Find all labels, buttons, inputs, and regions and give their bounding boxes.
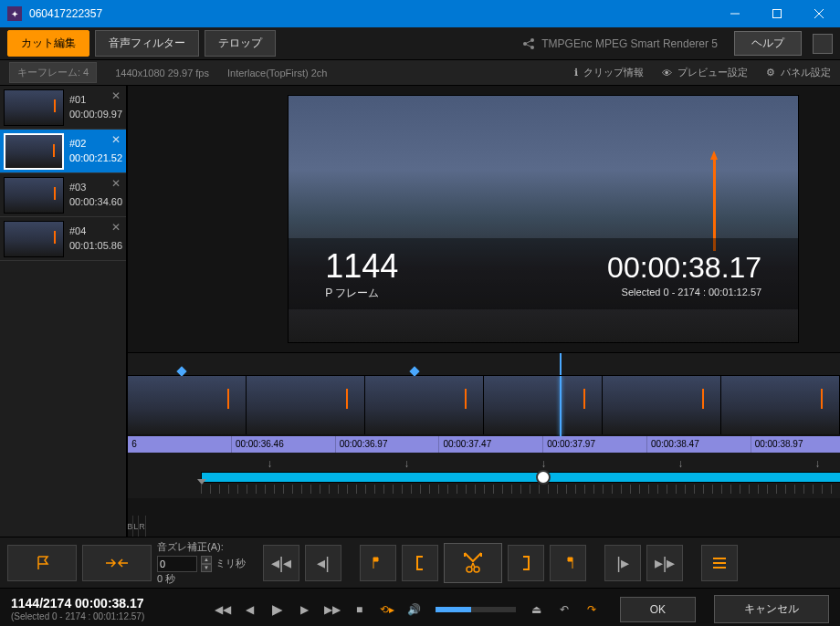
set-out-button[interactable] — [550, 545, 586, 581]
window-title: 060417222357 — [29, 7, 714, 20]
spinner-down[interactable]: ▼ — [201, 564, 212, 572]
range-marker-start[interactable] — [176, 366, 186, 376]
preview-overlay: 1144 P フレーム 00:00:38.17 Selected 0 - 217… — [289, 238, 798, 309]
clip-item[interactable]: #0200:00:21.52 ✕ — [0, 130, 126, 173]
info-bar: キーフレーム: 4 1440x1080 29.97 fps Interlace(… — [0, 60, 840, 86]
rewind-button[interactable]: ◀◀ — [213, 600, 233, 620]
help-button[interactable]: ヘルプ — [734, 31, 802, 56]
loop-button[interactable]: ⟲▸ — [377, 600, 397, 620]
brand-icon — [521, 37, 536, 51]
timeline-ruler[interactable] — [128, 352, 840, 376]
wave-tab-r[interactable]: R — [139, 516, 146, 537]
keyframe-info: キーフレーム: 4 — [9, 62, 97, 83]
range-marker[interactable] — [409, 366, 419, 376]
clip-remove-button[interactable]: ✕ — [111, 89, 121, 102]
clip-item[interactable]: #0100:00:09.97 ✕ — [0, 86, 126, 130]
ruler-playhead[interactable] — [560, 353, 562, 375]
stop-button[interactable]: ■ — [350, 600, 370, 620]
eject-button[interactable]: ⏏ — [527, 600, 547, 620]
clip-timecode: 00:01:05.86 — [69, 239, 122, 253]
filmstrip-thumbnail[interactable] — [484, 376, 603, 434]
arrow-down-icon: ↓ — [267, 457, 272, 470]
frame-number: 1144 — [325, 247, 607, 286]
preview-settings-button[interactable]: 👁プレビュー設定 — [662, 66, 748, 79]
arrow-down-icon: ↓ — [814, 457, 820, 470]
cut-selection-button[interactable] — [444, 543, 502, 583]
video-preview[interactable]: 1144 P フレーム 00:00:38.17 Selected 0 - 217… — [288, 95, 799, 343]
step-back-marker-button[interactable]: ◂|◂ — [263, 545, 299, 581]
video-format-info: 1440x1080 29.97 fps — [115, 68, 209, 78]
mark-in-flag-button[interactable] — [7, 545, 77, 581]
preview-panel: 1144 P フレーム 00:00:38.17 Selected 0 - 217… — [128, 86, 840, 537]
brand-label: TMPGEnc MPEG Smart Renderer 5 — [521, 37, 718, 51]
fast-forward-button[interactable]: ▶▶ — [322, 600, 342, 620]
clip-timecode: 00:00:34.60 — [69, 195, 122, 209]
bracket-out-button[interactable] — [508, 545, 544, 581]
telop-tab[interactable]: テロップ — [205, 30, 276, 57]
play-button[interactable]: ▶ — [268, 600, 288, 620]
step-forward-button[interactable]: |▸ — [604, 545, 641, 581]
filmstrip-playhead[interactable] — [560, 376, 562, 436]
clip-info-button[interactable]: ℹクリップ情報 — [574, 66, 644, 79]
main-toolbar: カット編集 音声フィルター テロップ TMPGEnc MPEG Smart Re… — [0, 27, 840, 60]
clip-remove-button[interactable]: ✕ — [111, 133, 121, 146]
step-back-button[interactable]: ◂| — [305, 545, 341, 581]
prev-frame-button[interactable]: ◀ — [240, 600, 260, 620]
filmstrip[interactable]: 600:00:36.4600:00:36.9700:00:37.4700:00:… — [128, 376, 840, 453]
audio-offset-sec: 0 秒 — [157, 572, 257, 586]
volume-icon[interactable]: 🔊 — [404, 600, 425, 620]
filmstrip-thumbnail[interactable] — [721, 376, 840, 434]
cancel-button[interactable]: キャンセル — [714, 595, 829, 623]
title-bar: ✦ 060417222357 — [0, 0, 840, 27]
seek-knob[interactable] — [536, 470, 551, 485]
panel-toggle-button[interactable] — [813, 34, 833, 54]
clip-thumbnail — [4, 221, 64, 257]
undo-button[interactable]: ↶ — [554, 600, 574, 620]
maximize-button[interactable] — [756, 0, 798, 27]
spinner-up[interactable]: ▲ — [201, 556, 212, 564]
panel-settings-button[interactable]: ⚙パネル設定 — [766, 66, 831, 79]
settings-icon: ⚙ — [766, 67, 775, 78]
filmstrip-thumbnail[interactable] — [128, 376, 247, 434]
clip-list: #0100:00:09.97 ✕ #0200:00:21.52 ✕ #0300:… — [0, 86, 127, 537]
audio-offset-unit: ミリ秒 — [215, 557, 246, 570]
selection-display: Selected 0 - 2174 : 00:01:12.57 — [607, 287, 761, 297]
filmstrip-thumbnail[interactable] — [365, 376, 484, 434]
close-button[interactable] — [798, 0, 840, 27]
filmstrip-thumbnail[interactable] — [603, 376, 721, 434]
clip-remove-button[interactable]: ✕ — [111, 221, 121, 234]
ok-button[interactable]: OK — [620, 597, 696, 622]
arrow-down-icon: ↓ — [404, 457, 409, 470]
clip-thumbnail — [4, 133, 64, 170]
filmstrip-thumbnail[interactable] — [247, 376, 365, 434]
clip-thumbnail — [4, 89, 64, 126]
cut-edit-tab[interactable]: カット編集 — [7, 30, 89, 57]
position-info: 1144/2174 00:00:38.17 (Selected 0 - 2174… — [11, 596, 144, 622]
audio-filter-tab[interactable]: 音声フィルター — [95, 30, 199, 57]
audio-offset-input[interactable] — [157, 556, 197, 572]
next-frame-button[interactable]: ▶ — [295, 600, 315, 620]
clip-item[interactable]: #0300:00:34.60 ✕ — [0, 173, 126, 217]
redo-button[interactable]: ↷ — [582, 600, 602, 620]
timecode-display: 00:00:38.17 — [607, 251, 761, 285]
volume-slider[interactable] — [436, 607, 516, 612]
bottom-bar: 1144/2174 00:00:38.17 (Selected 0 - 2174… — [0, 588, 840, 626]
bracket-in-button[interactable] — [402, 545, 438, 581]
waveform-panel: B L R — [127, 86, 128, 537]
filmstrip-timecode-bar: 600:00:36.4600:00:36.9700:00:37.4700:00:… — [128, 436, 840, 453]
clip-remove-button[interactable]: ✕ — [111, 177, 121, 190]
seek-scale[interactable] — [201, 485, 840, 494]
menu-button[interactable] — [701, 545, 738, 581]
seek-slider[interactable] — [201, 472, 840, 483]
wave-tab-b[interactable]: B — [127, 516, 133, 537]
svg-rect-1 — [773, 10, 782, 18]
split-arrows-button[interactable] — [82, 545, 152, 581]
audio-offset-control: 音ズレ補正(A): ▲▼ ミリ秒 0 秒 — [157, 540, 257, 586]
clip-item[interactable]: #0400:01:05.86 ✕ — [0, 217, 126, 261]
step-forward-marker-button[interactable]: ▸|▸ — [646, 545, 683, 581]
set-in-button[interactable] — [360, 545, 396, 581]
arrow-down-icon: ↓ — [677, 457, 683, 470]
clip-timecode: 00:00:09.97 — [69, 108, 122, 121]
svg-line-7 — [525, 40, 532, 44]
minimize-button[interactable] — [714, 0, 756, 27]
